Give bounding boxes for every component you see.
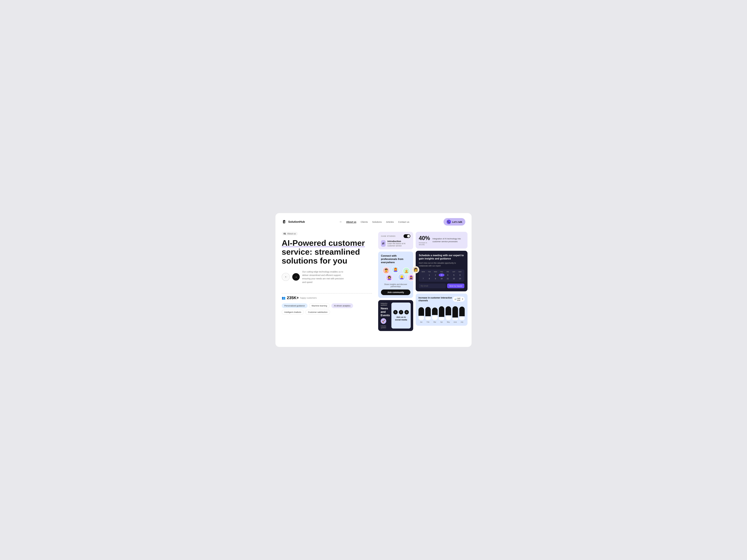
nav-articles[interactable]: Articles — [386, 220, 394, 223]
cal-tue: TUE — [427, 271, 432, 272]
phone-icon: 📞 — [447, 220, 451, 224]
bar-dark-june — [453, 306, 458, 318]
people-icon: 👥 — [282, 296, 286, 300]
cal-5[interactable]: 5 — [451, 273, 457, 276]
cal-2[interactable]: 2 — [433, 273, 438, 276]
case-studies-label: CASE STUDIES — [381, 235, 395, 237]
chart-header: Increase in customer interaction channel… — [418, 296, 465, 302]
cal-12[interactable]: 12 — [451, 277, 457, 280]
stats-section: 👥 235K+ happy customers Personalized gui… — [282, 293, 372, 315]
cal-6[interactable]: 6 — [457, 273, 463, 276]
tag-ai-analytics[interactable]: AI-driven analytics — [331, 303, 353, 308]
cal-9[interactable]: 9 — [433, 277, 438, 280]
case-subtitle: Learn the basics of AI customer service — [387, 242, 410, 247]
cal-fri: FRI — [445, 271, 450, 272]
calendar: MON TUE WED THU FRI SAT SUN - 1 2 — [419, 269, 464, 282]
arrow-button[interactable]: → — [292, 273, 300, 281]
industry-label: Industry updates — [381, 302, 390, 306]
industry-title: News and Events — [381, 307, 390, 317]
case-text: Introduction Learn the basics of AI cust… — [387, 240, 410, 247]
chart-title: Increase in customer interaction channel… — [418, 296, 453, 302]
avatar-3: 🧑‍🦳 — [403, 267, 410, 274]
tag-chatbots[interactable]: Intelligent chatbots — [282, 310, 304, 315]
stat-number: 40% — [419, 235, 430, 241]
label-feb: Feb — [425, 321, 431, 323]
label-apr: Apr — [439, 321, 444, 323]
cal-1[interactable]: 1 — [427, 273, 432, 276]
cal-wed: WED — [433, 271, 438, 272]
label-july: July — [459, 321, 465, 323]
cal-4[interactable]: 4 — [445, 273, 450, 276]
join-community-button[interactable]: Join community — [381, 290, 410, 295]
cal-empty-1: - — [420, 273, 426, 276]
email-input[interactable] — [419, 284, 446, 288]
cal-10[interactable]: 10 — [439, 277, 444, 280]
label-june: June — [453, 321, 458, 323]
year-selector[interactable]: 📊 Last year ▾ — [453, 297, 465, 302]
nav-links: → About us Clients Solutions Articles Co… — [339, 220, 409, 223]
chart-labels: Jan Feb Mar Apr May June July — [418, 321, 465, 323]
bar-light-feb — [425, 317, 431, 320]
radial-icon — [282, 273, 290, 281]
cal-3[interactable]: 3 — [439, 273, 444, 276]
right-col-left: CASE STUDIES ⇄ Introduction Learn the ba… — [378, 232, 413, 331]
case-icon: ⇄ — [381, 240, 386, 247]
industry-sub-label: Industry updates — [381, 325, 390, 328]
lets-talk-button[interactable]: 📞 Let's talk — [443, 218, 465, 225]
nav-contact[interactable]: Contact us — [398, 220, 409, 223]
cal-11[interactable]: 11 — [445, 277, 450, 280]
customers-count: 235K+ — [287, 295, 299, 300]
bar-apr — [439, 306, 444, 320]
tag-satisfaction[interactable]: Customer satisfaction — [305, 310, 330, 315]
bar-light-may — [445, 316, 451, 320]
nav-about[interactable]: About us — [346, 220, 356, 223]
left-panel: 01 About us AI-Powered customer service:… — [282, 232, 372, 331]
social-section: 𝕏 f ◎ Join us in social media — [391, 302, 411, 328]
industry-section: Industry updates News and Events 🚀 Indus… — [381, 302, 390, 328]
cal-7[interactable]: 7 — [420, 277, 426, 280]
hero-description: Our cutting-edge technology enables us t… — [302, 270, 346, 284]
divider-line — [282, 293, 372, 294]
period-label: Last year — [457, 297, 462, 301]
bar-dark-may — [445, 306, 451, 315]
hero-title-line2: service: streamlined — [282, 247, 360, 256]
send-request-button[interactable]: Send my request — [447, 284, 464, 288]
bar-light-july — [459, 317, 465, 320]
hero-title-line3: solutions for you — [282, 256, 347, 265]
tag-personalized[interactable]: Personalized guidance — [282, 303, 308, 308]
section-label: About us — [287, 232, 296, 235]
cal-13[interactable]: 13 — [457, 277, 463, 280]
customers-row: 👥 235K+ happy customers — [282, 295, 372, 300]
brand-name: SolutionHub — [288, 220, 305, 223]
stat-sub: increase in security — [419, 242, 430, 245]
facebook-icon[interactable]: f — [399, 310, 403, 314]
customers-label: happy customers — [300, 297, 317, 299]
nav-clients[interactable]: Clients — [361, 220, 368, 223]
nav-arrow: → — [339, 220, 342, 223]
nav-solutions[interactable]: Solutions — [372, 220, 382, 223]
cal-thu: THU — [439, 271, 444, 272]
tag-ml[interactable]: Machine learning — [309, 303, 330, 308]
content-area: 01 About us AI-Powered customer service:… — [282, 232, 465, 331]
cal-8[interactable]: 8 — [427, 277, 432, 280]
case-studies-card: CASE STUDIES ⇄ Introduction Learn the ba… — [378, 232, 413, 249]
instagram-icon[interactable]: ◎ — [405, 310, 409, 314]
twitter-icon[interactable]: 𝕏 — [393, 310, 397, 314]
hero-title-line1: AI-Powered customer — [282, 238, 365, 247]
chart-bars — [418, 304, 465, 320]
svg-point-3 — [285, 276, 286, 277]
calendar-grid: - 1 2 3 4 5 6 7 8 9 10 11 12 — [420, 273, 463, 280]
avatar-6: 👱‍♀️ — [398, 274, 405, 281]
bar-dark-jan — [418, 307, 424, 316]
community-card: Connect with professionals from everywhe… — [378, 251, 413, 298]
case-header: CASE STUDIES — [381, 234, 410, 238]
section-num: 01 — [284, 232, 286, 235]
toggle-switch[interactable] — [404, 234, 410, 238]
label-may: May — [445, 321, 451, 323]
case-item: ⇄ Introduction Learn the basics of AI cu… — [381, 240, 410, 247]
bar-dark-mar — [432, 308, 438, 315]
community-title: Connect with professionals from everywhe… — [381, 254, 410, 264]
bar-july — [459, 306, 465, 320]
navigation: SolutionHub → About us Clients Solutions… — [282, 218, 465, 225]
cal-sat: SAT — [451, 271, 457, 272]
